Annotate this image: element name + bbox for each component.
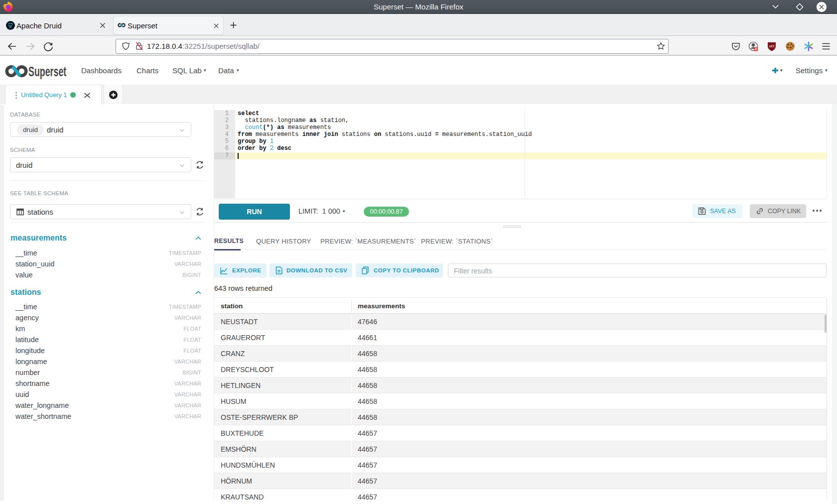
svg-text:uO: uO [769, 44, 775, 48]
